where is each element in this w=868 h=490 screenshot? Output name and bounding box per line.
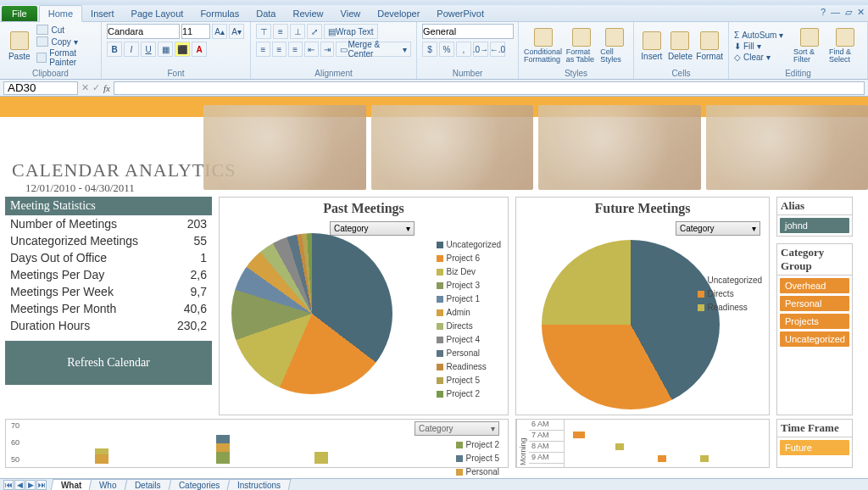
y-tick: 60 [11, 438, 19, 447]
align-center-button[interactable]: ≡ [272, 42, 287, 57]
format-as-table-button[interactable]: Format as Table [566, 24, 598, 68]
tab-page-layout[interactable]: Page Layout [123, 6, 192, 21]
currency-button[interactable]: $ [422, 42, 437, 57]
past-category-dropdown[interactable]: Category▾ [330, 221, 415, 236]
tab-formulas[interactable]: Formulas [192, 6, 248, 21]
align-right-button[interactable]: ≡ [288, 42, 303, 57]
help-icon[interactable]: ? [821, 7, 826, 18]
find-icon [836, 28, 854, 47]
percent-button[interactable]: % [439, 42, 454, 57]
tab-file[interactable]: File [2, 6, 37, 21]
underline-button[interactable]: U [141, 42, 156, 57]
delete-cells-button[interactable]: Delete [668, 24, 693, 68]
bar-category-dropdown[interactable]: Category▾ [415, 421, 499, 436]
group-styles: Styles [524, 68, 628, 78]
align-left-button[interactable]: ≡ [256, 42, 270, 57]
cut-button[interactable]: Cut [36, 25, 96, 35]
fx-icon[interactable]: fx [103, 83, 110, 93]
paste-button[interactable]: Paste [5, 24, 33, 68]
merge-center-button[interactable]: ▭ Merge & Center ▾ [336, 42, 411, 57]
clear-button[interactable]: ◇ Clear ▾ [734, 53, 790, 62]
font-color-button[interactable]: A [192, 42, 207, 57]
formula-bar: ✕ ✓ fx [0, 80, 868, 97]
legend-item: Readiness [698, 301, 762, 315]
sort-filter-button[interactable]: Sort & Filter [793, 24, 826, 68]
format-painter-button[interactable]: Format Painter [36, 48, 96, 67]
autosum-button[interactable]: Σ AutoSum ▾ [734, 31, 790, 40]
tab-review[interactable]: Review [284, 6, 331, 21]
font-name-select[interactable] [107, 24, 180, 39]
legend-item: Uncategorized [437, 238, 501, 252]
bold-button[interactable]: B [107, 42, 122, 57]
past-meetings-chart: Past Meetings Category▾ UncategorizedPro… [219, 197, 509, 415]
ribbon-tabs: File Home Insert Page Layout Formulas Da… [0, 5, 868, 22]
find-select-button[interactable]: Find & Select [829, 24, 861, 68]
font-size-select[interactable] [181, 24, 210, 39]
category-chip[interactable]: Projects [780, 314, 849, 329]
sheet-nav-first[interactable]: ⏮ [3, 480, 14, 490]
sheet-tab-what[interactable]: What [51, 479, 92, 491]
tab-insert[interactable]: Insert [82, 6, 123, 21]
restore-icon[interactable]: ▱ [845, 7, 852, 18]
sheet-tab-categories[interactable]: Categories [168, 479, 230, 491]
format-cells-button[interactable]: Format [696, 24, 723, 68]
category-chip[interactable]: Uncategorized [780, 331, 849, 347]
category-chip[interactable]: Overhead [780, 278, 849, 293]
sheet-tab-details[interactable]: Details [125, 479, 172, 491]
category-chip[interactable]: Personal [780, 296, 849, 311]
fill-button[interactable]: ⬇ Fill ▾ [734, 42, 790, 51]
name-box[interactable] [3, 81, 78, 95]
border-button[interactable]: ▦ [158, 42, 173, 57]
enter-formula-icon[interactable]: ✓ [92, 82, 100, 93]
align-middle-button[interactable]: ≡ [273, 24, 288, 39]
legend-label: Readiness [708, 301, 748, 315]
indent-dec-button[interactable]: ⇤ [304, 42, 319, 57]
group-font: Font [107, 68, 245, 78]
condfmt-icon [534, 28, 553, 47]
sheet-tab-instructions[interactable]: Instructions [226, 479, 291, 491]
timeframe-chip[interactable]: Future [780, 440, 849, 455]
minimize-icon[interactable]: — [831, 7, 840, 18]
sheet-nav-prev[interactable]: ◀ [14, 480, 25, 490]
sheet-nav-next[interactable]: ▶ [25, 480, 36, 490]
sheet-tab-who[interactable]: Who [89, 479, 128, 491]
conditional-formatting-button[interactable]: Conditional Formatting [524, 24, 563, 68]
future-category-dropdown[interactable]: Category▾ [676, 221, 760, 236]
increase-decimal-button[interactable]: .0→ [473, 42, 488, 57]
comma-button[interactable]: , [456, 42, 471, 57]
wrap-text-button[interactable]: ▤ Wrap Text [324, 24, 378, 39]
tab-home[interactable]: Home [39, 5, 82, 22]
close-icon[interactable]: ✕ [857, 7, 865, 18]
legend-item: Personal [456, 465, 499, 478]
decrease-decimal-button[interactable]: ←.0 [490, 42, 505, 57]
tab-view[interactable]: View [332, 6, 370, 21]
formula-input[interactable] [114, 81, 865, 95]
legend-item: Project 1 [437, 292, 501, 306]
copy-button[interactable]: Copy ▾ [36, 36, 96, 47]
sheet-nav-last[interactable]: ⏭ [36, 480, 47, 490]
cell-styles-button[interactable]: Cell Styles [600, 24, 628, 68]
cancel-formula-icon[interactable]: ✕ [81, 82, 89, 93]
refresh-calendar-button[interactable]: Refresh Calendar [5, 341, 212, 385]
insert-cells-button[interactable]: Insert [639, 24, 665, 68]
cellstyles-icon [605, 28, 624, 47]
italic-button[interactable]: I [124, 42, 139, 57]
legend-swatch [456, 469, 463, 476]
legend-swatch [456, 442, 463, 448]
fill-color-button[interactable]: ⬛ [175, 42, 190, 57]
shrink-font-button[interactable]: A▾ [229, 24, 244, 39]
align-bottom-button[interactable]: ⊥ [290, 24, 305, 39]
indent-inc-button[interactable]: ⇥ [320, 42, 335, 57]
align-top-button[interactable]: ⊤ [256, 24, 271, 39]
legend-label: Project 3 [447, 279, 480, 292]
tab-data[interactable]: Data [248, 6, 284, 21]
alias-chip[interactable]: johnd [780, 218, 849, 233]
legend-label: Personal [447, 347, 480, 360]
orientation-button[interactable]: ⤢ [307, 24, 322, 39]
legend-swatch [437, 242, 443, 248]
stats-label: Number of Meetings [10, 217, 117, 231]
tab-developer[interactable]: Developer [369, 6, 428, 21]
number-format-select[interactable] [422, 24, 514, 39]
tab-powerpivot[interactable]: PowerPivot [428, 6, 492, 21]
grow-font-button[interactable]: A▴ [212, 24, 227, 39]
